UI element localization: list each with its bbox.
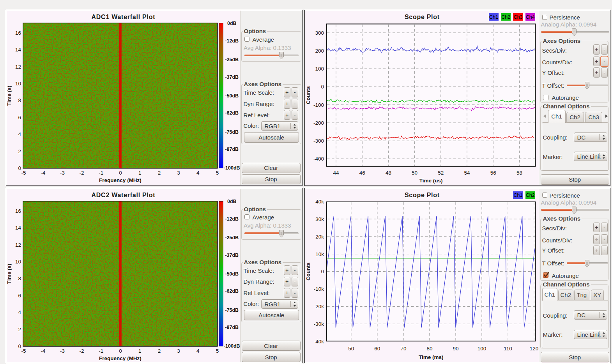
- svg-text:ADC2 Waterfall Plot: ADC2 Waterfall Plot: [92, 192, 156, 198]
- svg-text:48: 48: [386, 170, 391, 176]
- svg-text:10k: 10k: [315, 251, 324, 257]
- svg-text:-1: -1: [99, 170, 103, 176]
- svg-text:Counts: Counts: [305, 86, 311, 104]
- svg-text:0: 0: [119, 170, 122, 176]
- svg-text:Scope Plot: Scope Plot: [405, 192, 440, 198]
- svg-text:-2: -2: [80, 170, 84, 176]
- svg-text:-4: -4: [41, 348, 45, 354]
- svg-text:-100: -100: [313, 102, 324, 108]
- svg-text:0: 0: [321, 84, 324, 90]
- svg-text:14: 14: [15, 47, 21, 53]
- svg-text:2: 2: [158, 170, 161, 176]
- svg-text:ADC1 Waterfall Plot: ADC1 Waterfall Plot: [92, 14, 156, 20]
- svg-text:Scope Plot: Scope Plot: [405, 14, 440, 20]
- svg-text:16: 16: [15, 208, 21, 214]
- svg-text:100: 100: [315, 66, 324, 72]
- svg-text:20k: 20k: [315, 234, 324, 240]
- svg-text:4: 4: [196, 170, 200, 176]
- svg-text:3: 3: [177, 348, 180, 354]
- svg-text:-50dB: -50dB: [225, 93, 239, 99]
- svg-text:-37dB: -37dB: [225, 74, 239, 80]
- svg-text:200: 200: [315, 48, 324, 54]
- svg-text:54: 54: [464, 170, 470, 176]
- svg-text:-12dB: -12dB: [225, 38, 239, 44]
- svg-text:100: 100: [478, 346, 486, 352]
- svg-text:-87dB: -87dB: [225, 325, 239, 330]
- svg-text:10: 10: [15, 259, 21, 265]
- svg-text:-75dB: -75dB: [225, 307, 239, 313]
- svg-text:-10k: -10k: [314, 286, 324, 292]
- svg-text:1: 1: [138, 170, 142, 176]
- svg-text:-40k: -40k: [314, 339, 324, 345]
- svg-text:-12dB: -12dB: [225, 216, 239, 222]
- svg-text:-37dB: -37dB: [225, 253, 239, 258]
- svg-text:Time (ms): Time (ms): [419, 354, 444, 360]
- svg-text:0: 0: [18, 165, 21, 171]
- svg-text:0: 0: [119, 348, 122, 354]
- svg-text:5: 5: [216, 348, 219, 354]
- svg-text:2: 2: [158, 348, 161, 354]
- svg-text:60: 60: [374, 346, 380, 352]
- svg-text:-300: -300: [313, 138, 324, 144]
- svg-text:0dB: 0dB: [227, 21, 237, 26]
- svg-text:3: 3: [177, 170, 180, 176]
- svg-text:120: 120: [530, 346, 539, 352]
- svg-text:70: 70: [400, 346, 406, 352]
- svg-text:Frequency (MHz): Frequency (MHz): [99, 355, 142, 361]
- svg-text:14: 14: [15, 225, 21, 231]
- svg-text:4: 4: [18, 131, 21, 137]
- svg-text:-5: -5: [21, 348, 26, 354]
- svg-text:-50dB: -50dB: [225, 271, 239, 277]
- svg-text:Time (s): Time (s): [6, 264, 12, 284]
- svg-text:-2: -2: [80, 348, 84, 354]
- svg-text:-100dB: -100dB: [224, 165, 240, 171]
- svg-text:6: 6: [18, 115, 21, 120]
- svg-text:6: 6: [18, 293, 21, 299]
- svg-text:Time (us): Time (us): [419, 178, 443, 184]
- svg-text:110: 110: [504, 346, 512, 352]
- svg-text:5: 5: [216, 170, 219, 176]
- svg-text:0: 0: [321, 269, 324, 274]
- svg-text:-3: -3: [60, 170, 65, 176]
- svg-text:4: 4: [18, 309, 21, 315]
- svg-text:-62dB: -62dB: [225, 288, 239, 294]
- svg-text:-100dB: -100dB: [224, 343, 240, 349]
- svg-text:Counts: Counts: [305, 262, 311, 281]
- svg-text:-5: -5: [21, 170, 26, 176]
- svg-text:-30k: -30k: [314, 321, 324, 327]
- svg-text:16: 16: [15, 30, 21, 36]
- svg-text:80: 80: [426, 346, 432, 352]
- svg-text:2: 2: [18, 148, 21, 154]
- svg-text:-87dB: -87dB: [225, 147, 239, 152]
- svg-text:12: 12: [15, 64, 21, 70]
- svg-text:58: 58: [516, 170, 522, 176]
- svg-text:-4: -4: [41, 170, 45, 176]
- svg-text:Frequency (MHz): Frequency (MHz): [99, 177, 142, 183]
- svg-text:2: 2: [18, 327, 21, 332]
- svg-text:12: 12: [15, 242, 21, 248]
- svg-text:52: 52: [438, 170, 444, 176]
- svg-text:-20k: -20k: [314, 304, 324, 309]
- svg-text:Time (s): Time (s): [6, 86, 12, 106]
- svg-text:90: 90: [453, 346, 458, 352]
- svg-text:1: 1: [138, 348, 142, 354]
- svg-text:44: 44: [333, 170, 339, 176]
- svg-text:-1: -1: [99, 348, 103, 354]
- svg-text:-75dB: -75dB: [225, 129, 239, 135]
- svg-text:4: 4: [196, 348, 200, 354]
- svg-text:-25dB: -25dB: [225, 57, 239, 62]
- svg-text:30k: 30k: [315, 216, 324, 222]
- svg-text:50: 50: [348, 346, 354, 352]
- svg-text:-25dB: -25dB: [225, 235, 239, 240]
- svg-text:40k: 40k: [315, 199, 324, 205]
- svg-text:50: 50: [412, 170, 417, 176]
- svg-text:-3: -3: [60, 348, 65, 354]
- svg-text:300: 300: [315, 30, 324, 36]
- svg-text:56: 56: [490, 170, 496, 176]
- svg-text:46: 46: [359, 170, 365, 176]
- svg-text:0dB: 0dB: [227, 199, 237, 204]
- svg-text:8: 8: [18, 97, 21, 103]
- svg-text:10: 10: [15, 81, 21, 87]
- svg-text:-200: -200: [313, 120, 324, 126]
- svg-text:-62dB: -62dB: [225, 110, 239, 116]
